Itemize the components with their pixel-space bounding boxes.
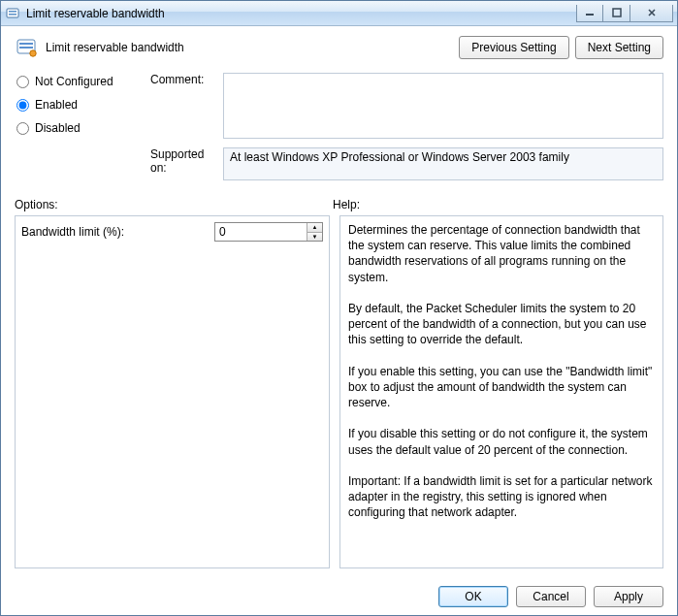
supported-on-box: At least Windows XP Professional or Wind… <box>223 147 663 180</box>
window-title: Limit reservable bandwidth <box>26 7 576 20</box>
spinner-down-button[interactable]: ▼ <box>307 232 322 242</box>
options-label: Options: <box>15 198 58 211</box>
supported-on-text: At least Windows XP Professional or Wind… <box>230 150 569 164</box>
window-controls <box>576 5 673 22</box>
help-panel[interactable]: Determines the percentage of connection … <box>339 215 663 568</box>
radio-label: Not Configured <box>35 75 113 88</box>
bandwidth-limit-label: Bandwidth limit (%): <box>21 225 214 239</box>
minimize-button[interactable] <box>576 5 603 22</box>
spinner-up-button[interactable]: ▲ <box>307 223 322 232</box>
policy-icon <box>15 36 38 59</box>
close-button[interactable] <box>630 5 673 22</box>
apply-button[interactable]: Apply <box>594 586 663 607</box>
bandwidth-option-row: Bandwidth limit (%): ▲ ▼ <box>21 222 323 242</box>
panels: Bandwidth limit (%): ▲ ▼ Determines the … <box>15 215 663 568</box>
radio-disabled[interactable]: Disabled <box>15 121 150 135</box>
svg-rect-7 <box>19 47 33 49</box>
svg-rect-4 <box>613 9 621 16</box>
app-icon <box>5 6 20 21</box>
settings-row: Not Configured Enabled Disabled Comment: <box>15 73 663 190</box>
radio-enabled[interactable]: Enabled <box>15 98 150 112</box>
cancel-button[interactable]: Cancel <box>516 586 586 607</box>
svg-rect-2 <box>9 14 16 16</box>
next-setting-button[interactable]: Next Setting <box>575 36 663 59</box>
content-area: Limit reservable bandwidth Previous Sett… <box>1 26 677 578</box>
maximize-button[interactable] <box>603 5 630 22</box>
titlebar[interactable]: Limit reservable bandwidth <box>1 1 677 26</box>
bandwidth-input[interactable] <box>215 223 307 241</box>
supported-label: Supported on: <box>150 147 204 175</box>
footer: OK Cancel Apply <box>1 578 677 615</box>
bandwidth-spinner[interactable]: ▲ ▼ <box>214 222 323 242</box>
svg-rect-3 <box>586 14 594 16</box>
svg-rect-1 <box>9 11 16 13</box>
state-radios: Not Configured Enabled Disabled <box>15 73 150 190</box>
svg-point-8 <box>30 50 36 56</box>
header-row: Limit reservable bandwidth Previous Sett… <box>15 36 663 59</box>
policy-dialog: Limit reservable bandwidth Limit reserva… <box>0 0 678 616</box>
help-label: Help: <box>333 198 360 211</box>
comment-label: Comment: <box>150 73 204 86</box>
options-panel: Bandwidth limit (%): ▲ ▼ <box>15 215 330 568</box>
svg-rect-6 <box>19 43 33 45</box>
policy-title: Limit reservable bandwidth <box>46 41 453 54</box>
radio-not-configured[interactable]: Not Configured <box>15 75 150 88</box>
previous-setting-button[interactable]: Previous Setting <box>459 36 568 59</box>
radio-disabled-input[interactable] <box>16 122 29 135</box>
ok-button[interactable]: OK <box>438 586 508 607</box>
svg-rect-0 <box>7 9 18 17</box>
section-labels: Options: Help: <box>15 198 663 211</box>
radio-enabled-input[interactable] <box>16 99 29 112</box>
comment-field[interactable] <box>223 73 663 139</box>
radio-label: Enabled <box>35 98 78 112</box>
radio-not-configured-input[interactable] <box>16 76 29 88</box>
radio-label: Disabled <box>35 121 81 135</box>
